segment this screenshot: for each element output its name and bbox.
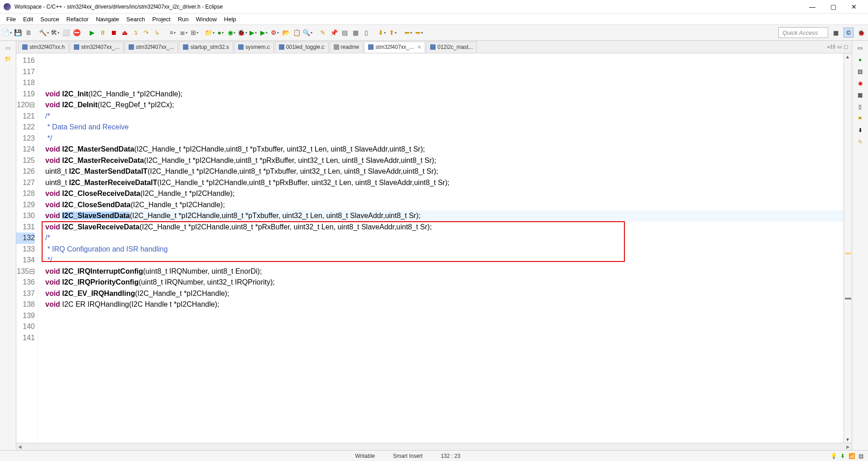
- step-into-button[interactable]: ↴: [130, 28, 140, 38]
- line-number-gutter[interactable]: 116117118119120⊟121122123124125126127128…: [16, 53, 38, 443]
- file-icon: [279, 44, 284, 50]
- project-explorer-icon[interactable]: 📁: [5, 55, 12, 62]
- toggle-mark-button[interactable]: ✎: [318, 28, 328, 38]
- perspective-button[interactable]: ⊞: [189, 28, 199, 38]
- align-right-button[interactable]: ≣: [178, 28, 188, 38]
- tab-5[interactable]: 001led_toggle.c: [275, 42, 329, 52]
- file-icon: [22, 44, 28, 50]
- close-window-button[interactable]: ✕: [844, 0, 864, 14]
- build-config-button[interactable]: 🛠: [50, 28, 60, 38]
- tab-3[interactable]: startup_stm32.s: [179, 42, 233, 52]
- menu-project[interactable]: Project: [149, 15, 174, 24]
- file-icon: [334, 44, 339, 50]
- menu-navigate[interactable]: Navigate: [92, 15, 123, 24]
- tip-icon[interactable]: 💡: [830, 452, 837, 460]
- new-button[interactable]: 📄: [2, 28, 12, 38]
- skip-breakpoints-button[interactable]: ⛔: [72, 28, 82, 38]
- call-hierarchy-icon[interactable]: ▯: [857, 103, 864, 110]
- menu-run[interactable]: Run: [174, 15, 192, 24]
- new-class-2-button[interactable]: ◉: [226, 28, 236, 38]
- fold-column[interactable]: [38, 53, 43, 443]
- tabs-overflow-button[interactable]: »15: [827, 44, 835, 50]
- pin-button[interactable]: 📌: [329, 28, 339, 38]
- menu-file[interactable]: File: [3, 15, 19, 24]
- editor-body: 116117118119120⊟121122123124125126127128…: [16, 53, 852, 443]
- quick-access-input[interactable]: Quick Access: [778, 27, 828, 38]
- include-browser-icon[interactable]: ▦: [857, 91, 864, 99]
- tab-0[interactable]: stm32f407xx.h: [18, 42, 69, 52]
- maximize-view-icon[interactable]: ▢: [844, 44, 848, 50]
- run-button[interactable]: ▶: [248, 28, 258, 38]
- overview-ruler[interactable]: ▲ ▼: [844, 53, 852, 443]
- scroll-right-icon[interactable]: ▶: [846, 444, 850, 449]
- tab-7-active[interactable]: stm32f407xx_...×: [364, 42, 425, 52]
- external-tools-button[interactable]: ⚙: [270, 28, 280, 38]
- separator-icon: [163, 28, 167, 38]
- overview-mark[interactable]: [845, 252, 851, 254]
- scroll-down-icon[interactable]: ▼: [845, 437, 850, 442]
- pause-button[interactable]: ⏸: [98, 28, 108, 38]
- menu-edit[interactable]: Edit: [19, 15, 37, 24]
- c-cpp-perspective-button[interactable]: ©: [844, 28, 854, 38]
- debug-button[interactable]: 🐞: [237, 28, 247, 38]
- tab-8[interactable]: 012i2c_mast...: [426, 42, 477, 52]
- tab-2[interactable]: stm32f407xx_...: [125, 42, 178, 52]
- back-button[interactable]: ⬅: [403, 28, 413, 38]
- stop-button[interactable]: ⏹: [109, 28, 119, 38]
- tab-6[interactable]: readme: [330, 42, 364, 52]
- search-toolbar-button[interactable]: 🔍: [302, 28, 312, 38]
- task-list-button[interactable]: 📋: [292, 28, 302, 38]
- build-button[interactable]: 🔨: [39, 28, 49, 38]
- open-task-button[interactable]: 📂: [281, 28, 291, 38]
- menu-help[interactable]: Help: [221, 15, 240, 24]
- open-perspective-button[interactable]: ▦: [831, 28, 841, 38]
- overview-mark[interactable]: [845, 298, 851, 299]
- menu-refactor[interactable]: Refactor: [63, 15, 92, 24]
- disconnect-button[interactable]: ⏏: [120, 28, 129, 38]
- window-title: Workspace - C/C++ - stm32f4xx_drivers/dr…: [14, 4, 802, 10]
- scroll-up-icon[interactable]: ▲: [845, 54, 850, 59]
- build-target-button[interactable]: ⬜: [61, 28, 71, 38]
- save-button[interactable]: 💾: [13, 28, 23, 38]
- save-all-button[interactable]: 🗎: [24, 28, 34, 38]
- profile-button[interactable]: ▶: [259, 28, 269, 38]
- problems-icon[interactable]: ⬇: [857, 127, 864, 134]
- tab-1[interactable]: stm32f407xx_...: [70, 42, 124, 52]
- minimize-view-icon[interactable]: ▭: [837, 44, 842, 50]
- menu-window[interactable]: Window: [192, 15, 221, 24]
- minimize-button[interactable]: —: [802, 0, 823, 14]
- align-left-button[interactable]: ≡: [168, 28, 177, 38]
- outline-view-icon[interactable]: ●: [857, 56, 864, 63]
- tab-4[interactable]: sysmem.c: [234, 42, 274, 52]
- console-icon[interactable]: ✎: [857, 138, 864, 146]
- outline-button[interactable]: ▤: [340, 28, 350, 38]
- menu-search[interactable]: Search: [123, 15, 149, 24]
- menu-source[interactable]: Source: [37, 15, 62, 24]
- next-annotation-button[interactable]: ⬇: [377, 28, 387, 38]
- updates-icon[interactable]: ⬇: [839, 452, 846, 460]
- scroll-left-icon[interactable]: ◀: [18, 444, 22, 449]
- horizontal-scrollbar[interactable]: ◀▶: [16, 443, 852, 450]
- new-class-button[interactable]: ●: [216, 28, 225, 38]
- file-icon: [430, 44, 436, 50]
- build-targets-icon[interactable]: ◉: [857, 80, 864, 87]
- overview-status-icon[interactable]: ▤: [857, 452, 864, 460]
- prev-annotation-button[interactable]: ⬆: [388, 28, 398, 38]
- open-type-button[interactable]: 📁: [205, 28, 215, 38]
- debug-perspective-button[interactable]: 🐞: [856, 28, 866, 38]
- step-over-button[interactable]: ↷: [141, 28, 151, 38]
- restore-right-icon[interactable]: ▭: [857, 44, 864, 52]
- restore-left-icon[interactable]: ▭: [5, 44, 12, 52]
- bookmarks-icon[interactable]: ⚑: [857, 115, 864, 122]
- block-select-button[interactable]: ▯: [361, 28, 371, 38]
- feed-icon[interactable]: 📶: [848, 452, 855, 460]
- maximize-button[interactable]: ▢: [823, 0, 844, 14]
- step-return-button[interactable]: ↳: [152, 28, 162, 38]
- toggle-comment-button[interactable]: ▦: [350, 28, 360, 38]
- close-tab-icon[interactable]: ×: [417, 43, 421, 51]
- forward-button[interactable]: ➡: [414, 28, 424, 38]
- task-view-icon[interactable]: ▤: [857, 68, 864, 75]
- resume-button[interactable]: ▶: [87, 28, 97, 38]
- separator-icon: [313, 28, 317, 38]
- code-area[interactable]: void I2C_Init(I2C_Handle_t *pI2CHandle);…: [43, 53, 844, 443]
